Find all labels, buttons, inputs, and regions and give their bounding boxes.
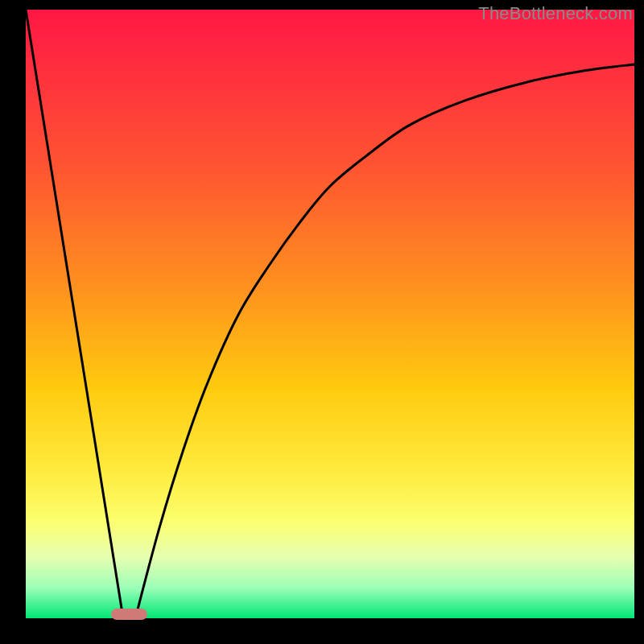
curve-path xyxy=(26,10,634,618)
min-marker xyxy=(111,609,147,620)
chart-frame: TheBottleneck.com xyxy=(0,0,644,644)
curves-svg xyxy=(26,10,634,618)
watermark-text: TheBottleneck.com xyxy=(478,3,633,24)
plot-area xyxy=(26,10,634,618)
